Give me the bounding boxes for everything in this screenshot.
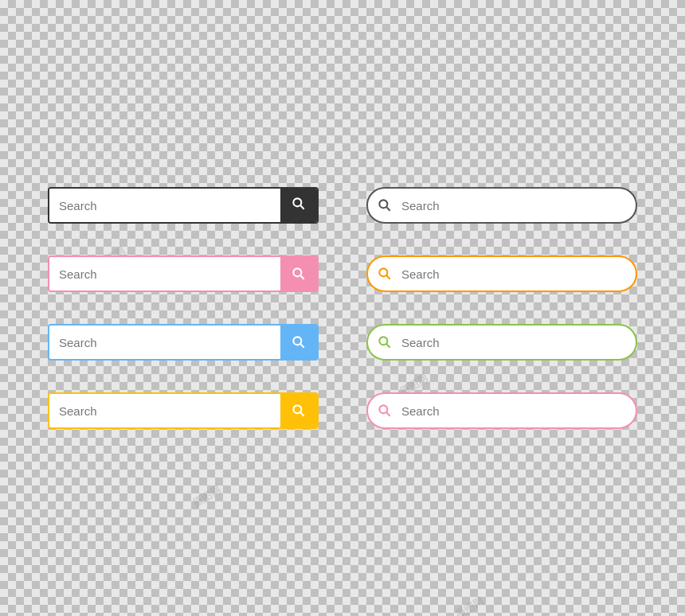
svg-line-11 bbox=[386, 344, 390, 348]
searchbar-orange-left bbox=[366, 255, 637, 292]
svg-line-9 bbox=[300, 344, 304, 348]
svg-point-2 bbox=[379, 200, 387, 208]
search-input-yellow[interactable] bbox=[49, 394, 280, 427]
svg-line-3 bbox=[386, 207, 390, 211]
search-icon-area-pink2 bbox=[368, 394, 401, 427]
search-icon-pink2 bbox=[377, 403, 393, 419]
searchbar-pink-right bbox=[48, 255, 319, 292]
searchbar-pink2-left bbox=[366, 392, 637, 429]
searchbar-grid bbox=[16, 155, 669, 461]
search-input-orange[interactable] bbox=[401, 257, 636, 290]
search-input-gray[interactable] bbox=[401, 189, 636, 222]
searchbar-black-right bbox=[48, 187, 319, 224]
search-input-pink[interactable] bbox=[49, 257, 280, 290]
searchbar-gray-left bbox=[366, 187, 637, 224]
search-icon-black bbox=[291, 196, 307, 216]
svg-line-15 bbox=[386, 412, 390, 416]
svg-point-10 bbox=[379, 337, 387, 345]
search-button-yellow[interactable] bbox=[280, 394, 317, 427]
search-input-blue[interactable] bbox=[49, 326, 280, 359]
search-icon-blue bbox=[291, 334, 307, 350]
svg-point-0 bbox=[293, 198, 301, 206]
search-icon-gray bbox=[377, 197, 393, 213]
searchbar-green-left bbox=[366, 324, 637, 361]
svg-line-5 bbox=[300, 275, 304, 279]
svg-point-4 bbox=[293, 268, 301, 276]
svg-line-1 bbox=[300, 205, 304, 209]
searchbar-yellow-right bbox=[48, 392, 319, 429]
search-icon-yellow bbox=[291, 403, 307, 419]
watermark-4: 摄图网 bbox=[452, 594, 487, 616]
main-container: 摄图网 摄图网 摄图网 摄图网 bbox=[16, 155, 669, 461]
svg-point-8 bbox=[293, 337, 301, 345]
search-icon-area-orange bbox=[368, 257, 401, 290]
search-button-black[interactable] bbox=[280, 189, 317, 222]
search-icon-pink bbox=[291, 266, 307, 282]
search-icon-orange bbox=[377, 266, 393, 282]
svg-point-6 bbox=[379, 268, 387, 276]
search-icon-green bbox=[377, 334, 393, 350]
svg-line-7 bbox=[386, 275, 390, 279]
svg-point-14 bbox=[379, 405, 387, 413]
searchbar-blue-right bbox=[48, 324, 319, 361]
svg-point-12 bbox=[293, 405, 301, 413]
svg-line-13 bbox=[300, 412, 304, 416]
search-button-pink[interactable] bbox=[280, 257, 317, 290]
search-input-black[interactable] bbox=[49, 189, 280, 222]
search-input-green[interactable] bbox=[401, 326, 636, 359]
watermark-3: 摄图网 bbox=[190, 482, 224, 510]
search-button-blue[interactable] bbox=[280, 326, 317, 359]
search-icon-area-green bbox=[368, 326, 401, 359]
search-icon-area-gray bbox=[368, 189, 401, 222]
search-input-pink2[interactable] bbox=[401, 394, 636, 427]
